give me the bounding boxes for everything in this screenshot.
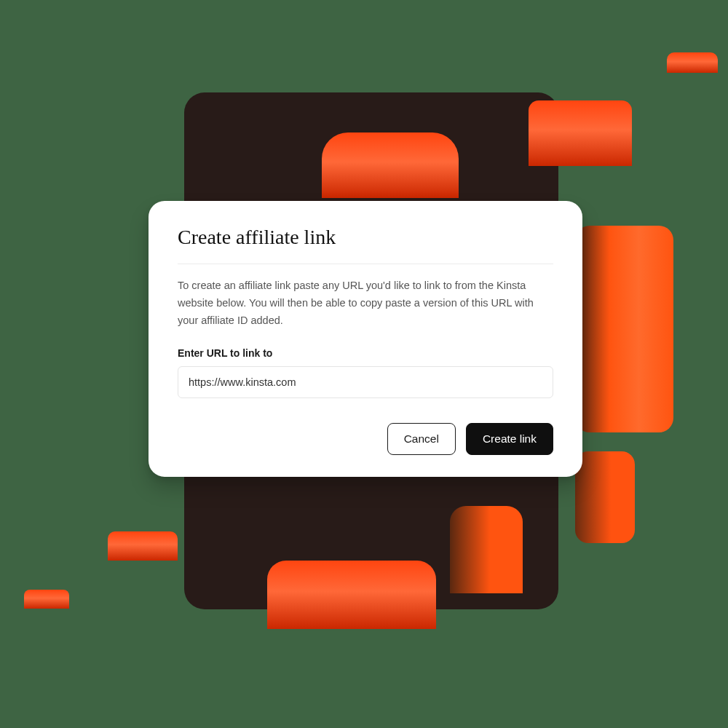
decor-blob	[575, 451, 635, 543]
url-field-label: Enter URL to link to	[178, 347, 553, 359]
url-input[interactable]	[178, 366, 553, 398]
decor-blob	[450, 506, 523, 593]
decor-blob	[575, 226, 673, 432]
decor-blob	[108, 531, 178, 561]
modal-description: To create an affiliate link paste any UR…	[178, 277, 553, 330]
create-link-button[interactable]: Create link	[466, 423, 553, 455]
decor-blob	[322, 132, 459, 198]
decor-blob	[529, 100, 632, 166]
create-affiliate-link-modal: Create affiliate link To create an affil…	[149, 201, 582, 477]
decor-blob	[667, 52, 718, 73]
divider	[178, 264, 553, 264]
modal-title: Create affiliate link	[178, 226, 553, 264]
decor-blob	[267, 561, 436, 629]
decor-blob	[24, 590, 69, 609]
modal-actions: Cancel Create link	[178, 423, 553, 455]
cancel-button[interactable]: Cancel	[387, 423, 456, 455]
